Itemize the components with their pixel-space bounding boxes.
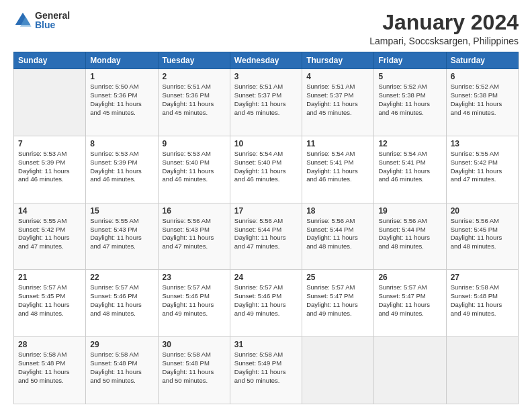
day-cell: 20Sunrise: 5:56 AM Sunset: 5:45 PM Dayli… bbox=[446, 203, 518, 270]
day-number: 14 bbox=[18, 206, 81, 216]
day-cell: 13Sunrise: 5:55 AM Sunset: 5:42 PM Dayli… bbox=[446, 136, 518, 203]
calendar-body: 1Sunrise: 5:50 AM Sunset: 5:36 PM Daylig… bbox=[14, 69, 519, 404]
day-info: Sunrise: 5:54 AM Sunset: 5:41 PM Dayligh… bbox=[306, 150, 369, 184]
logo-general: General bbox=[35, 11, 70, 20]
day-info: Sunrise: 5:57 AM Sunset: 5:46 PM Dayligh… bbox=[90, 283, 153, 318]
day-info: Sunrise: 5:56 AM Sunset: 5:45 PM Dayligh… bbox=[451, 217, 514, 251]
logo: General Blue bbox=[13, 11, 70, 30]
day-number: 11 bbox=[306, 139, 369, 148]
day-number: 2 bbox=[163, 72, 226, 81]
day-cell: 11Sunrise: 5:54 AM Sunset: 5:41 PM Dayli… bbox=[302, 136, 374, 203]
day-cell: 7Sunrise: 5:53 AM Sunset: 5:39 PM Daylig… bbox=[14, 136, 86, 203]
week-row-5: 28Sunrise: 5:58 AM Sunset: 5:48 PM Dayli… bbox=[14, 337, 519, 404]
day-cell: 14Sunrise: 5:55 AM Sunset: 5:42 PM Dayli… bbox=[14, 203, 86, 270]
day-cell: 10Sunrise: 5:54 AM Sunset: 5:40 PM Dayli… bbox=[230, 136, 302, 203]
day-info: Sunrise: 5:53 AM Sunset: 5:40 PM Dayligh… bbox=[163, 150, 226, 184]
day-info: Sunrise: 5:58 AM Sunset: 5:49 PM Dayligh… bbox=[234, 351, 298, 385]
day-cell bbox=[14, 69, 86, 136]
day-cell bbox=[374, 337, 446, 404]
day-number: 26 bbox=[378, 273, 441, 282]
day-cell bbox=[302, 337, 374, 404]
day-cell: 28Sunrise: 5:58 AM Sunset: 5:48 PM Dayli… bbox=[14, 337, 86, 404]
day-number: 24 bbox=[234, 273, 298, 282]
day-info: Sunrise: 5:58 AM Sunset: 5:48 PM Dayligh… bbox=[90, 351, 153, 385]
day-info: Sunrise: 5:57 AM Sunset: 5:46 PM Dayligh… bbox=[163, 283, 226, 318]
day-number: 10 bbox=[234, 139, 298, 148]
header-sunday: Sunday bbox=[14, 52, 86, 69]
day-number: 31 bbox=[234, 340, 298, 349]
day-info: Sunrise: 5:56 AM Sunset: 5:44 PM Dayligh… bbox=[306, 217, 369, 251]
day-info: Sunrise: 5:50 AM Sunset: 5:36 PM Dayligh… bbox=[90, 83, 153, 117]
day-cell: 30Sunrise: 5:58 AM Sunset: 5:48 PM Dayli… bbox=[158, 337, 230, 404]
day-cell: 29Sunrise: 5:58 AM Sunset: 5:48 PM Dayli… bbox=[86, 337, 158, 404]
day-number: 23 bbox=[163, 273, 226, 282]
day-cell: 24Sunrise: 5:57 AM Sunset: 5:46 PM Dayli… bbox=[230, 270, 302, 337]
day-number: 20 bbox=[451, 206, 514, 216]
day-cell: 16Sunrise: 5:56 AM Sunset: 5:43 PM Dayli… bbox=[158, 203, 230, 270]
day-info: Sunrise: 5:57 AM Sunset: 5:45 PM Dayligh… bbox=[18, 283, 81, 318]
day-info: Sunrise: 5:52 AM Sunset: 5:38 PM Dayligh… bbox=[451, 83, 514, 117]
day-cell: 9Sunrise: 5:53 AM Sunset: 5:40 PM Daylig… bbox=[158, 136, 230, 203]
day-info: Sunrise: 5:51 AM Sunset: 5:36 PM Dayligh… bbox=[163, 83, 226, 117]
day-number: 13 bbox=[451, 139, 514, 148]
day-cell: 17Sunrise: 5:56 AM Sunset: 5:44 PM Dayli… bbox=[230, 203, 302, 270]
day-info: Sunrise: 5:58 AM Sunset: 5:48 PM Dayligh… bbox=[18, 351, 81, 385]
day-info: Sunrise: 5:58 AM Sunset: 5:48 PM Dayligh… bbox=[163, 351, 226, 385]
day-number: 6 bbox=[451, 72, 514, 81]
logo-icon bbox=[13, 11, 32, 30]
day-number: 8 bbox=[90, 139, 153, 148]
day-info: Sunrise: 5:56 AM Sunset: 5:44 PM Dayligh… bbox=[378, 217, 441, 251]
header-saturday: Saturday bbox=[446, 52, 518, 69]
day-cell: 1Sunrise: 5:50 AM Sunset: 5:36 PM Daylig… bbox=[86, 69, 158, 136]
day-info: Sunrise: 5:57 AM Sunset: 5:47 PM Dayligh… bbox=[378, 283, 441, 318]
day-number: 12 bbox=[378, 139, 441, 148]
day-number: 7 bbox=[18, 139, 81, 148]
week-row-4: 21Sunrise: 5:57 AM Sunset: 5:45 PM Dayli… bbox=[14, 270, 519, 337]
day-cell: 22Sunrise: 5:57 AM Sunset: 5:46 PM Dayli… bbox=[86, 270, 158, 337]
day-info: Sunrise: 5:57 AM Sunset: 5:47 PM Dayligh… bbox=[306, 283, 369, 318]
header-wednesday: Wednesday bbox=[230, 52, 302, 69]
day-cell: 6Sunrise: 5:52 AM Sunset: 5:38 PM Daylig… bbox=[446, 69, 518, 136]
day-info: Sunrise: 5:53 AM Sunset: 5:39 PM Dayligh… bbox=[90, 150, 153, 184]
day-cell: 4Sunrise: 5:51 AM Sunset: 5:37 PM Daylig… bbox=[302, 69, 374, 136]
day-number: 18 bbox=[306, 206, 369, 216]
calendar-header: Sunday Monday Tuesday Wednesday Thursday… bbox=[14, 52, 519, 69]
week-row-2: 7Sunrise: 5:53 AM Sunset: 5:39 PM Daylig… bbox=[14, 136, 519, 203]
day-info: Sunrise: 5:55 AM Sunset: 5:43 PM Dayligh… bbox=[90, 217, 153, 251]
day-number: 30 bbox=[163, 340, 226, 349]
day-cell: 8Sunrise: 5:53 AM Sunset: 5:39 PM Daylig… bbox=[86, 136, 158, 203]
logo-text: General Blue bbox=[35, 11, 70, 30]
day-cell: 27Sunrise: 5:58 AM Sunset: 5:48 PM Dayli… bbox=[446, 270, 518, 337]
day-number: 1 bbox=[90, 72, 153, 81]
day-number: 4 bbox=[306, 72, 369, 81]
day-cell: 31Sunrise: 5:58 AM Sunset: 5:49 PM Dayli… bbox=[230, 337, 302, 404]
day-number: 22 bbox=[90, 273, 153, 282]
subtitle: Lampari, Soccsksargen, Philippines bbox=[369, 36, 519, 46]
header-monday: Monday bbox=[86, 52, 158, 69]
day-number: 27 bbox=[451, 273, 514, 282]
day-cell: 18Sunrise: 5:56 AM Sunset: 5:44 PM Dayli… bbox=[302, 203, 374, 270]
day-info: Sunrise: 5:52 AM Sunset: 5:38 PM Dayligh… bbox=[378, 83, 441, 117]
day-cell bbox=[446, 337, 518, 404]
day-cell: 12Sunrise: 5:54 AM Sunset: 5:41 PM Dayli… bbox=[374, 136, 446, 203]
day-number: 15 bbox=[90, 206, 153, 216]
day-info: Sunrise: 5:56 AM Sunset: 5:43 PM Dayligh… bbox=[163, 217, 226, 251]
day-cell: 21Sunrise: 5:57 AM Sunset: 5:45 PM Dayli… bbox=[14, 270, 86, 337]
day-cell: 3Sunrise: 5:51 AM Sunset: 5:37 PM Daylig… bbox=[230, 69, 302, 136]
main-title: January 2024 bbox=[369, 11, 519, 34]
day-cell: 5Sunrise: 5:52 AM Sunset: 5:38 PM Daylig… bbox=[374, 69, 446, 136]
day-number: 9 bbox=[163, 139, 226, 148]
week-row-1: 1Sunrise: 5:50 AM Sunset: 5:36 PM Daylig… bbox=[14, 69, 519, 136]
day-cell: 25Sunrise: 5:57 AM Sunset: 5:47 PM Dayli… bbox=[302, 270, 374, 337]
day-info: Sunrise: 5:51 AM Sunset: 5:37 PM Dayligh… bbox=[306, 83, 369, 117]
day-info: Sunrise: 5:57 AM Sunset: 5:46 PM Dayligh… bbox=[234, 283, 298, 318]
calendar-table: Sunday Monday Tuesday Wednesday Thursday… bbox=[13, 52, 519, 404]
day-info: Sunrise: 5:55 AM Sunset: 5:42 PM Dayligh… bbox=[451, 150, 514, 184]
logo-blue: Blue bbox=[35, 20, 70, 30]
day-number: 17 bbox=[234, 206, 298, 216]
header-thursday: Thursday bbox=[302, 52, 374, 69]
header-friday: Friday bbox=[374, 52, 446, 69]
day-info: Sunrise: 5:54 AM Sunset: 5:40 PM Dayligh… bbox=[234, 150, 298, 184]
day-cell: 23Sunrise: 5:57 AM Sunset: 5:46 PM Dayli… bbox=[158, 270, 230, 337]
day-number: 29 bbox=[90, 340, 153, 349]
